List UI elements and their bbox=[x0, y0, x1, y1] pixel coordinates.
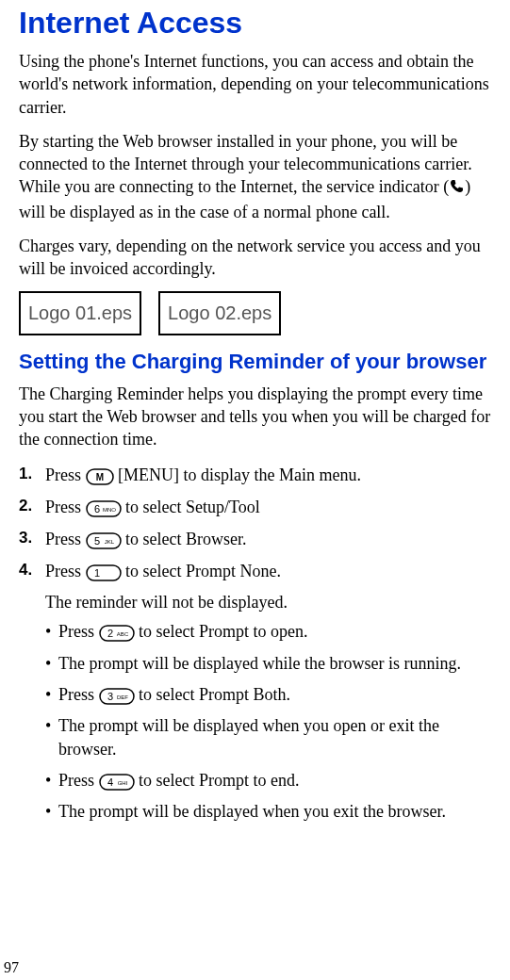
key-5-icon: 5JKL bbox=[86, 532, 122, 549]
key-m-icon: M bbox=[86, 468, 114, 485]
svg-text:ABC: ABC bbox=[116, 631, 128, 637]
step-text-a: Press bbox=[45, 530, 86, 548]
svg-text:MNO: MNO bbox=[103, 507, 116, 513]
page-title: Internet Access bbox=[19, 6, 491, 41]
bullet-text-b: to select Prompt Both. bbox=[135, 685, 291, 704]
step-4: 4. Press 1 to select Prompt None. bbox=[19, 559, 491, 583]
step-text-a: Press bbox=[45, 498, 86, 516]
bullet-1: Press 2ABC to select Prompt to open. bbox=[45, 620, 491, 644]
section-heading: Setting the Charging Reminder of your br… bbox=[19, 349, 491, 375]
bullet-6: The prompt will be displayed when you ex… bbox=[45, 800, 491, 824]
bullet-text-a: Press bbox=[58, 685, 99, 704]
step-1: 1. Press M [MENU] to display the Main me… bbox=[19, 463, 491, 487]
bullet-list: Press 2ABC to select Prompt to open. The… bbox=[45, 620, 491, 824]
steps-list: 1. Press M [MENU] to display the Main me… bbox=[19, 463, 491, 583]
step-num: 1. bbox=[19, 463, 32, 486]
bullet-text-b: to select Prompt to end. bbox=[135, 771, 300, 790]
intro-para-3: Charges vary, depending on the network s… bbox=[19, 235, 491, 281]
bullet-text-b: to select Prompt to open. bbox=[135, 622, 308, 641]
svg-text:GHI: GHI bbox=[117, 780, 127, 786]
step-num: 3. bbox=[19, 527, 32, 550]
svg-text:4: 4 bbox=[107, 776, 112, 788]
step-text-b: [MENU] to display the Main menu. bbox=[114, 466, 361, 484]
svg-text:5: 5 bbox=[93, 535, 99, 547]
step-num: 4. bbox=[19, 559, 32, 582]
bullet-4: The prompt will be displayed when you op… bbox=[45, 714, 491, 761]
logo-01: Logo 01.eps bbox=[19, 291, 141, 335]
step-text-a: Press bbox=[45, 466, 86, 484]
svg-rect-8 bbox=[87, 565, 121, 580]
intro-para-2: By starting the Web browser installed in… bbox=[19, 130, 491, 223]
section-para: The Charging Reminder helps you displayi… bbox=[19, 383, 491, 451]
service-indicator-icon bbox=[449, 177, 465, 200]
bullet-text-a: Press bbox=[58, 771, 99, 790]
step-text-b: to select Browser. bbox=[122, 530, 247, 548]
key-6-icon: 6MNO bbox=[86, 500, 122, 517]
key-4-icon: 4GHI bbox=[99, 774, 135, 791]
svg-text:2: 2 bbox=[107, 628, 112, 639]
key-1-icon: 1 bbox=[86, 564, 122, 581]
key-2-icon: 2ABC bbox=[99, 625, 135, 642]
step-2: 2. Press 6MNO to select Setup/Tool bbox=[19, 495, 491, 519]
svg-text:6: 6 bbox=[93, 503, 99, 514]
para2-text-a: By starting the Web browser installed in… bbox=[19, 132, 472, 197]
logo-02: Logo 02.eps bbox=[158, 291, 281, 335]
key-3-icon: 3DEF bbox=[99, 688, 135, 705]
svg-text:DEF: DEF bbox=[117, 694, 128, 700]
step-text-b: to select Setup/Tool bbox=[122, 498, 260, 516]
intro-para-1: Using the phone's Internet functions, yo… bbox=[19, 50, 491, 119]
bullet-2: The prompt will be displayed while the b… bbox=[45, 652, 491, 676]
step-4-sub: The reminder will not be displayed. bbox=[45, 591, 491, 614]
page-number: 97 bbox=[4, 959, 19, 976]
svg-text:1: 1 bbox=[93, 567, 99, 579]
bullet-3: Press 3DEF to select Prompt Both. bbox=[45, 683, 491, 707]
step-text-a: Press bbox=[45, 562, 86, 580]
bullet-text-a: Press bbox=[58, 622, 99, 641]
step-text-b: to select Prompt None. bbox=[122, 562, 281, 580]
step-num: 2. bbox=[19, 495, 32, 518]
svg-text:M: M bbox=[95, 472, 103, 482]
svg-text:3: 3 bbox=[107, 691, 112, 702]
step-3: 3. Press 5JKL to select Browser. bbox=[19, 527, 491, 551]
svg-text:JKL: JKL bbox=[104, 539, 114, 545]
logos-row: Logo 01.eps Logo 02.eps bbox=[19, 291, 491, 335]
bullet-5: Press 4GHI to select Prompt to end. bbox=[45, 769, 491, 792]
